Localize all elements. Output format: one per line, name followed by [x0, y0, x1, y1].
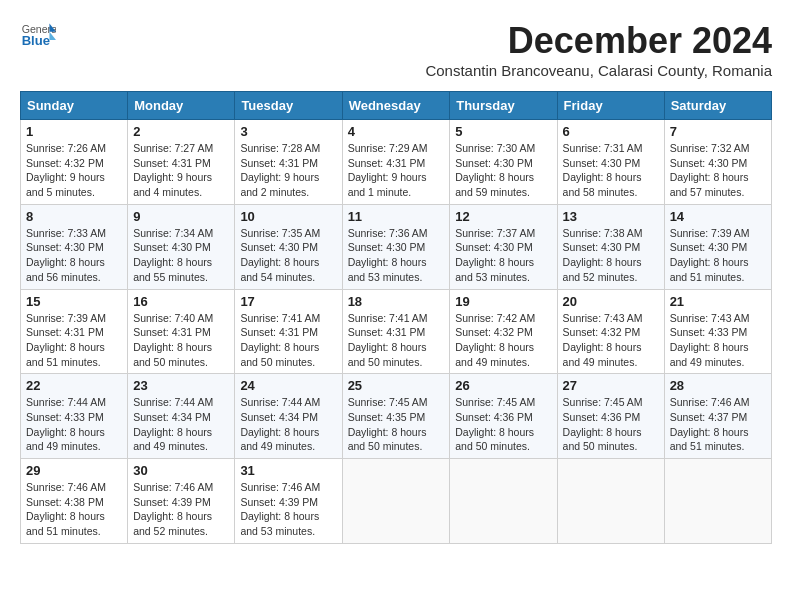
calendar-cell: 7Sunrise: 7:32 AM Sunset: 4:30 PM Daylig…: [664, 120, 771, 205]
day-info: Sunrise: 7:35 AM Sunset: 4:30 PM Dayligh…: [240, 226, 336, 285]
calendar-cell: 8Sunrise: 7:33 AM Sunset: 4:30 PM Daylig…: [21, 204, 128, 289]
day-number: 30: [133, 463, 229, 478]
day-info: Sunrise: 7:27 AM Sunset: 4:31 PM Dayligh…: [133, 141, 229, 200]
calendar-cell: 14Sunrise: 7:39 AM Sunset: 4:30 PM Dayli…: [664, 204, 771, 289]
day-info: Sunrise: 7:45 AM Sunset: 4:36 PM Dayligh…: [563, 395, 659, 454]
day-number: 26: [455, 378, 551, 393]
day-number: 31: [240, 463, 336, 478]
calendar-cell: 27Sunrise: 7:45 AM Sunset: 4:36 PM Dayli…: [557, 374, 664, 459]
weekday-header-wednesday: Wednesday: [342, 92, 450, 120]
day-info: Sunrise: 7:28 AM Sunset: 4:31 PM Dayligh…: [240, 141, 336, 200]
weekday-header-saturday: Saturday: [664, 92, 771, 120]
weekday-header-thursday: Thursday: [450, 92, 557, 120]
calendar-cell: 19Sunrise: 7:42 AM Sunset: 4:32 PM Dayli…: [450, 289, 557, 374]
calendar-cell: 29Sunrise: 7:46 AM Sunset: 4:38 PM Dayli…: [21, 459, 128, 544]
day-info: Sunrise: 7:40 AM Sunset: 4:31 PM Dayligh…: [133, 311, 229, 370]
calendar-cell: 22Sunrise: 7:44 AM Sunset: 4:33 PM Dayli…: [21, 374, 128, 459]
day-number: 19: [455, 294, 551, 309]
svg-text:Blue: Blue: [22, 33, 50, 48]
day-number: 6: [563, 124, 659, 139]
day-info: Sunrise: 7:41 AM Sunset: 4:31 PM Dayligh…: [348, 311, 445, 370]
day-number: 29: [26, 463, 122, 478]
calendar-cell: [664, 459, 771, 544]
day-info: Sunrise: 7:33 AM Sunset: 4:30 PM Dayligh…: [26, 226, 122, 285]
title-block: December 2024 Constantin Brancoveanu, Ca…: [425, 20, 772, 87]
calendar-cell: 30Sunrise: 7:46 AM Sunset: 4:39 PM Dayli…: [128, 459, 235, 544]
month-title: December 2024: [425, 20, 772, 62]
day-info: Sunrise: 7:45 AM Sunset: 4:36 PM Dayligh…: [455, 395, 551, 454]
day-number: 27: [563, 378, 659, 393]
page-header: General Blue December 2024 Constantin Br…: [20, 20, 772, 87]
day-info: Sunrise: 7:32 AM Sunset: 4:30 PM Dayligh…: [670, 141, 766, 200]
calendar-cell: [342, 459, 450, 544]
day-number: 5: [455, 124, 551, 139]
day-info: Sunrise: 7:26 AM Sunset: 4:32 PM Dayligh…: [26, 141, 122, 200]
day-number: 4: [348, 124, 445, 139]
day-info: Sunrise: 7:31 AM Sunset: 4:30 PM Dayligh…: [563, 141, 659, 200]
weekday-header-friday: Friday: [557, 92, 664, 120]
day-info: Sunrise: 7:30 AM Sunset: 4:30 PM Dayligh…: [455, 141, 551, 200]
day-number: 3: [240, 124, 336, 139]
day-info: Sunrise: 7:46 AM Sunset: 4:37 PM Dayligh…: [670, 395, 766, 454]
day-number: 11: [348, 209, 445, 224]
day-number: 25: [348, 378, 445, 393]
day-number: 18: [348, 294, 445, 309]
calendar-cell: 31Sunrise: 7:46 AM Sunset: 4:39 PM Dayli…: [235, 459, 342, 544]
calendar-cell: 1Sunrise: 7:26 AM Sunset: 4:32 PM Daylig…: [21, 120, 128, 205]
day-info: Sunrise: 7:46 AM Sunset: 4:39 PM Dayligh…: [133, 480, 229, 539]
day-number: 21: [670, 294, 766, 309]
calendar-cell: 4Sunrise: 7:29 AM Sunset: 4:31 PM Daylig…: [342, 120, 450, 205]
day-number: 23: [133, 378, 229, 393]
calendar-cell: 6Sunrise: 7:31 AM Sunset: 4:30 PM Daylig…: [557, 120, 664, 205]
day-number: 14: [670, 209, 766, 224]
calendar-cell: [450, 459, 557, 544]
day-number: 7: [670, 124, 766, 139]
day-number: 15: [26, 294, 122, 309]
day-number: 1: [26, 124, 122, 139]
day-number: 2: [133, 124, 229, 139]
day-number: 8: [26, 209, 122, 224]
day-info: Sunrise: 7:36 AM Sunset: 4:30 PM Dayligh…: [348, 226, 445, 285]
calendar-cell: 2Sunrise: 7:27 AM Sunset: 4:31 PM Daylig…: [128, 120, 235, 205]
calendar-cell: 12Sunrise: 7:37 AM Sunset: 4:30 PM Dayli…: [450, 204, 557, 289]
day-info: Sunrise: 7:39 AM Sunset: 4:30 PM Dayligh…: [670, 226, 766, 285]
day-number: 12: [455, 209, 551, 224]
day-info: Sunrise: 7:43 AM Sunset: 4:32 PM Dayligh…: [563, 311, 659, 370]
day-info: Sunrise: 7:44 AM Sunset: 4:33 PM Dayligh…: [26, 395, 122, 454]
day-info: Sunrise: 7:44 AM Sunset: 4:34 PM Dayligh…: [240, 395, 336, 454]
logo: General Blue: [20, 20, 56, 50]
day-number: 16: [133, 294, 229, 309]
calendar-cell: 13Sunrise: 7:38 AM Sunset: 4:30 PM Dayli…: [557, 204, 664, 289]
calendar-cell: 17Sunrise: 7:41 AM Sunset: 4:31 PM Dayli…: [235, 289, 342, 374]
day-info: Sunrise: 7:43 AM Sunset: 4:33 PM Dayligh…: [670, 311, 766, 370]
day-info: Sunrise: 7:42 AM Sunset: 4:32 PM Dayligh…: [455, 311, 551, 370]
calendar-cell: 25Sunrise: 7:45 AM Sunset: 4:35 PM Dayli…: [342, 374, 450, 459]
day-info: Sunrise: 7:38 AM Sunset: 4:30 PM Dayligh…: [563, 226, 659, 285]
weekday-header-tuesday: Tuesday: [235, 92, 342, 120]
calendar-cell: 3Sunrise: 7:28 AM Sunset: 4:31 PM Daylig…: [235, 120, 342, 205]
calendar-cell: 21Sunrise: 7:43 AM Sunset: 4:33 PM Dayli…: [664, 289, 771, 374]
day-info: Sunrise: 7:29 AM Sunset: 4:31 PM Dayligh…: [348, 141, 445, 200]
day-number: 28: [670, 378, 766, 393]
day-info: Sunrise: 7:45 AM Sunset: 4:35 PM Dayligh…: [348, 395, 445, 454]
day-number: 17: [240, 294, 336, 309]
day-info: Sunrise: 7:34 AM Sunset: 4:30 PM Dayligh…: [133, 226, 229, 285]
day-info: Sunrise: 7:37 AM Sunset: 4:30 PM Dayligh…: [455, 226, 551, 285]
day-number: 20: [563, 294, 659, 309]
day-info: Sunrise: 7:46 AM Sunset: 4:38 PM Dayligh…: [26, 480, 122, 539]
calendar-cell: 5Sunrise: 7:30 AM Sunset: 4:30 PM Daylig…: [450, 120, 557, 205]
calendar-cell: 24Sunrise: 7:44 AM Sunset: 4:34 PM Dayli…: [235, 374, 342, 459]
calendar-cell: 9Sunrise: 7:34 AM Sunset: 4:30 PM Daylig…: [128, 204, 235, 289]
calendar-table: SundayMondayTuesdayWednesdayThursdayFrid…: [20, 91, 772, 544]
calendar-cell: 16Sunrise: 7:40 AM Sunset: 4:31 PM Dayli…: [128, 289, 235, 374]
weekday-header-sunday: Sunday: [21, 92, 128, 120]
day-info: Sunrise: 7:46 AM Sunset: 4:39 PM Dayligh…: [240, 480, 336, 539]
calendar-cell: 15Sunrise: 7:39 AM Sunset: 4:31 PM Dayli…: [21, 289, 128, 374]
location-title: Constantin Brancoveanu, Calarasi County,…: [425, 62, 772, 79]
calendar-cell: [557, 459, 664, 544]
day-number: 22: [26, 378, 122, 393]
day-number: 13: [563, 209, 659, 224]
day-info: Sunrise: 7:44 AM Sunset: 4:34 PM Dayligh…: [133, 395, 229, 454]
day-number: 24: [240, 378, 336, 393]
calendar-cell: 20Sunrise: 7:43 AM Sunset: 4:32 PM Dayli…: [557, 289, 664, 374]
